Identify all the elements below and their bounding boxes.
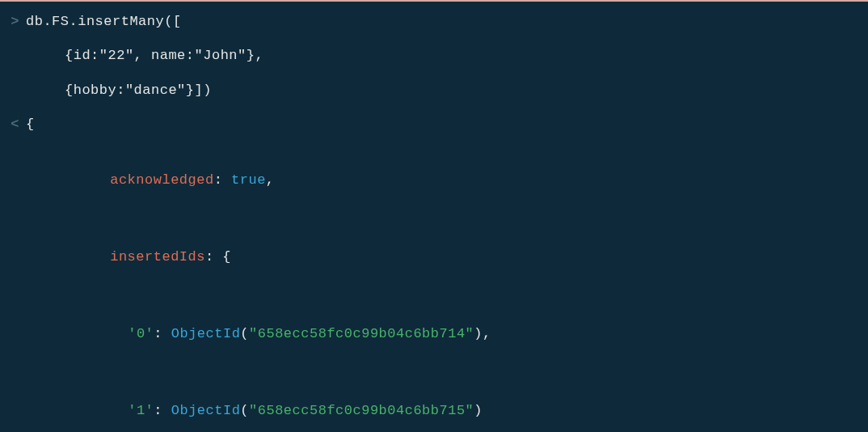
paren-close: ): [474, 326, 482, 341]
terminal-output[interactable]: > db.FS.insertMany([ {id:"22", name:"Joh…: [0, 2, 868, 432]
objectid-fn: ObjectId: [171, 326, 241, 341]
json-index-key: '0': [128, 326, 154, 341]
output-line-id-0: '0': ObjectId("658ecc58fc0c99b04c6bb714"…: [0, 295, 868, 372]
json-key: acknowledged: [110, 172, 213, 188]
code-text: {hobby:"dance"}]): [26, 80, 212, 101]
paren-open: (: [240, 326, 249, 341]
comma: ,: [482, 326, 491, 341]
brace-open: {: [222, 249, 231, 265]
paren-open: (: [240, 403, 249, 418]
output-line-id-1: '1': ObjectId("658ecc58fc0c99b04c6bb715"…: [0, 372, 868, 432]
input-line-1: > db.FS.insertMany([: [0, 5, 868, 39]
input-line-3: {hobby:"dance"}]): [0, 74, 868, 108]
colon: :: [154, 326, 171, 341]
separator: :: [214, 172, 231, 188]
output-line-ins-open: insertedIds: {: [0, 218, 868, 295]
json-bool: true: [231, 172, 266, 188]
input-line-2: {id:"22", name:"John"},: [0, 39, 868, 73]
objectid-fn: ObjectId: [171, 403, 241, 418]
output-prompt-icon: <: [0, 114, 26, 135]
objectid-value: "658ecc58fc0c99b04c6bb714": [249, 326, 474, 341]
output-line-ack: acknowledged: true,: [0, 142, 868, 218]
output-line-open: < {: [0, 108, 868, 142]
colon: :: [154, 403, 171, 418]
comma: ,: [266, 172, 275, 188]
input-prompt-icon: >: [0, 11, 26, 32]
paren-close: ): [474, 403, 482, 418]
brace: {: [26, 114, 35, 135]
code-text: {id:"22", name:"John"},: [26, 45, 263, 66]
objectid-value: "658ecc58fc0c99b04c6bb715": [249, 403, 474, 418]
separator: :: [205, 249, 222, 265]
json-index-key: '1': [128, 403, 154, 418]
json-key: insertedIds: [110, 249, 205, 265]
code-text: db.FS.insertMany([: [26, 11, 182, 32]
